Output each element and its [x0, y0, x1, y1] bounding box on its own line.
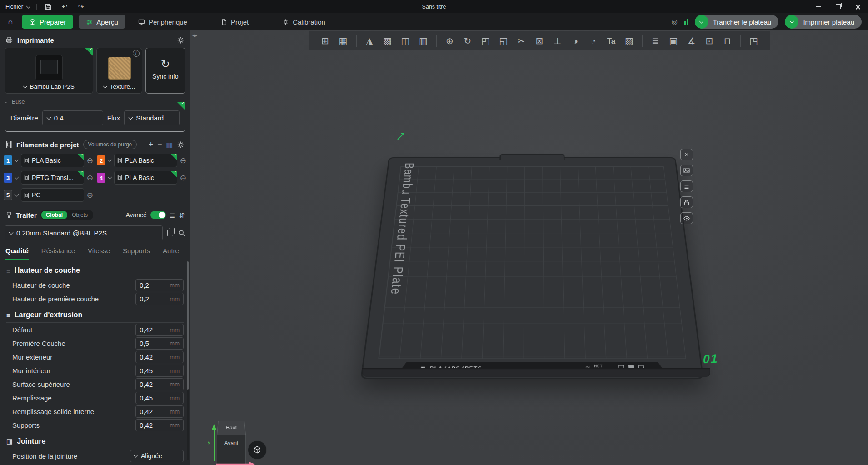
setting-input[interactable]: 0,5mm: [135, 337, 184, 350]
filament-edit-icon[interactable]: ⊖: [87, 191, 93, 199]
add-filament-icon[interactable]: +: [149, 140, 154, 149]
scale-icon[interactable]: ◰: [481, 36, 491, 45]
add-object-icon[interactable]: ⊞: [320, 36, 330, 45]
chevron-down-icon[interactable]: [103, 84, 107, 88]
collapse-panel-button[interactable]: ◂▸: [192, 32, 196, 39]
filament-index[interactable]: 1: [4, 155, 12, 165]
build-plate[interactable]: Bambu Textured PEI Plate ▦ PLA/ABS/PETG …: [360, 157, 704, 379]
slice-dropdown[interactable]: [695, 15, 708, 29]
setting-input[interactable]: 0,42mm: [135, 378, 184, 390]
mesh-boolean-icon[interactable]: ⊠: [534, 36, 544, 45]
sync-info-button[interactable]: ↻ Sync info: [145, 48, 185, 94]
setting-input[interactable]: 0,2mm: [135, 279, 184, 291]
scope-global-button[interactable]: Global: [41, 211, 67, 219]
view-cube-button[interactable]: [248, 440, 267, 460]
setting-input[interactable]: 0,2mm: [135, 293, 184, 305]
remove-filament-icon[interactable]: −: [157, 140, 162, 149]
home-button[interactable]: ⌂: [4, 15, 17, 29]
filament-card[interactable]: PLA Basic: [114, 171, 177, 185]
setting-input[interactable]: 0,45mm: [135, 392, 184, 404]
save-preset-icon[interactable]: [167, 230, 173, 236]
maximize-button[interactable]: [828, 0, 848, 13]
measure-icon[interactable]: ∡: [687, 36, 697, 45]
chevron-down-icon[interactable]: [15, 158, 19, 162]
tab-supports[interactable]: Supports: [123, 247, 150, 260]
plate-type-card[interactable]: i Texture...: [96, 48, 142, 94]
printer-card[interactable]: Bambu Lab P2S: [5, 48, 93, 94]
split-to-parts-icon[interactable]: ▥: [419, 36, 429, 45]
chevron-down-icon[interactable]: [23, 84, 27, 88]
setting-input[interactable]: 0,45mm: [135, 365, 184, 377]
plate-settings-icon[interactable]: ≣: [680, 180, 693, 192]
print-dropdown[interactable]: [785, 15, 798, 29]
filament-index[interactable]: 2: [97, 155, 105, 165]
filament-card[interactable]: PLA Basic: [21, 154, 84, 167]
variable-layer-height-icon[interactable]: ≣: [651, 36, 661, 45]
search-icon[interactable]: [178, 229, 185, 237]
filament-index[interactable]: 4: [97, 173, 105, 183]
multi-plate-view-icon[interactable]: ◳: [749, 36, 759, 45]
tab-calibration[interactable]: Calibration: [275, 15, 333, 29]
lock-plate-icon[interactable]: [680, 196, 693, 208]
ams-mapping-icon[interactable]: ▦: [166, 141, 173, 148]
scrollbar-thumb[interactable]: [187, 261, 189, 390]
info-icon[interactable]: i: [133, 50, 140, 57]
arrange-icon[interactable]: ▩: [383, 36, 393, 45]
save-button[interactable]: [43, 2, 53, 12]
close-button[interactable]: [848, 0, 868, 13]
filament-edit-icon[interactable]: ⊖: [87, 157, 93, 165]
tab-resistance[interactable]: Résistance: [41, 247, 75, 260]
wipe-tower-icon[interactable]: ⊓: [723, 36, 733, 45]
tab-vitesse[interactable]: Vitesse: [88, 247, 110, 260]
filament-edit-icon[interactable]: ⊖: [87, 174, 93, 182]
filament-settings-gear-icon[interactable]: [177, 141, 185, 149]
setting-select[interactable]: Alignée: [130, 450, 184, 462]
chevron-down-icon[interactable]: [108, 158, 112, 162]
delete-plate-icon[interactable]: ×: [680, 149, 693, 160]
minimize-button[interactable]: [808, 0, 828, 13]
compare-presets-icon[interactable]: ⇵: [179, 212, 185, 219]
advanced-toggle[interactable]: [150, 211, 166, 219]
chevron-down-icon[interactable]: [108, 175, 112, 180]
redo-button[interactable]: ↷: [76, 2, 86, 12]
assembly-view-icon[interactable]: ⊡: [704, 36, 714, 45]
nozzle-diameter-select[interactable]: 0.4: [42, 110, 103, 125]
tab-preparer[interactable]: Préparer: [22, 15, 73, 29]
nozzle-flow-select[interactable]: Standard: [124, 110, 180, 125]
filament-card[interactable]: PC: [21, 188, 84, 202]
plate-visibility-icon[interactable]: [680, 212, 693, 224]
plate-number[interactable]: 01: [702, 352, 720, 367]
cut-icon[interactable]: ✂: [517, 36, 527, 45]
filament-index[interactable]: 5: [4, 190, 12, 200]
seam-painting-icon[interactable]: ◔: [589, 36, 599, 45]
process-preset-select[interactable]: 0.20mm Standard @BBL P2S: [5, 225, 163, 240]
chevron-down-icon[interactable]: [15, 175, 19, 180]
device-status-icon[interactable]: [684, 19, 688, 25]
split-to-objects-icon[interactable]: ◫: [400, 36, 410, 45]
fuzzy-skin-icon[interactable]: ▨: [624, 36, 634, 45]
printer-settings-gear-icon[interactable]: [177, 36, 185, 44]
setting-input[interactable]: 0,42mm: [135, 405, 184, 418]
filament-card[interactable]: PETG Transl...: [21, 171, 84, 185]
print-plate-button[interactable]: Imprimer plateau: [785, 15, 862, 29]
plate-image-icon[interactable]: [680, 165, 693, 176]
status-ring-icon[interactable]: ◎: [672, 18, 678, 26]
rotate-icon[interactable]: ↻: [463, 36, 473, 45]
setting-input[interactable]: 0,42mm: [135, 351, 184, 363]
tab-peripherique[interactable]: Périphérique: [131, 15, 195, 29]
setting-input[interactable]: 0,42mm: [135, 419, 184, 431]
filament-edit-icon[interactable]: ⊖: [180, 157, 186, 165]
setting-input[interactable]: 0,42mm: [135, 324, 184, 336]
filament-index[interactable]: 3: [4, 173, 12, 183]
slice-plate-button[interactable]: Trancher le plateau: [695, 15, 779, 29]
scope-objects-button[interactable]: Objets: [67, 211, 92, 219]
view-all-settings-icon[interactable]: ≣: [170, 212, 175, 219]
file-menu[interactable]: Fichier: [5, 3, 30, 10]
modifier-icon[interactable]: ▣: [668, 36, 678, 45]
tab-autre[interactable]: Autre: [163, 247, 179, 260]
plate-edit-icon[interactable]: [396, 131, 407, 141]
chevron-down-icon[interactable]: [15, 192, 19, 197]
tab-projet[interactable]: Projet: [214, 15, 256, 29]
add-plate-icon[interactable]: ▦: [338, 36, 348, 45]
filament-card[interactable]: PLA Basic: [114, 154, 177, 167]
